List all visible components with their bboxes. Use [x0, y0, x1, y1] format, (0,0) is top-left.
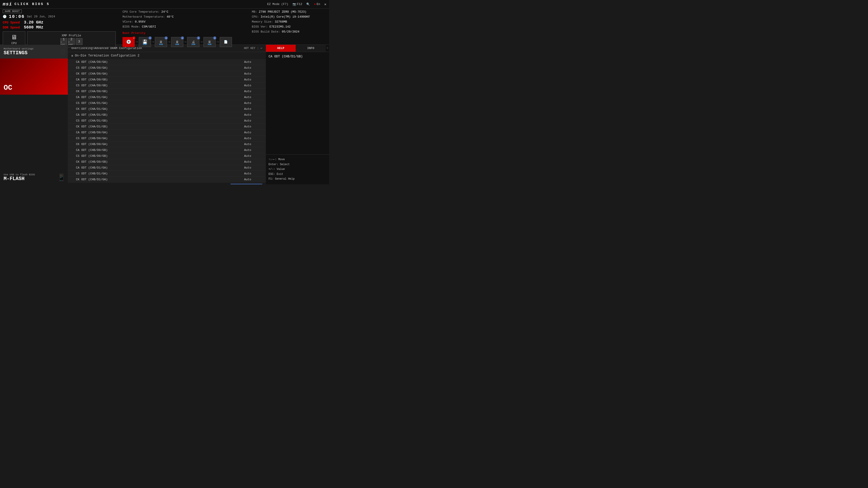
- table-row[interactable]: CK ODT (CHB/D0/GB)Auto: [68, 159, 266, 165]
- ez-mode-button[interactable]: EZ Mode (F7): [267, 2, 288, 6]
- right-panel: HELP INFO ≡ CA ODT (CHB/D1/GB) ↑↓→←: Mov…: [266, 45, 329, 184]
- setting-value: Auto: [244, 101, 262, 105]
- mb-info-label: MB:: [252, 10, 257, 13]
- mem-info-label: Memory Size:: [252, 20, 273, 24]
- table-row[interactable]: CS ODT (CHB/D0/GA)Auto: [68, 135, 266, 141]
- boot-device-4[interactable]: 🖥 U USB: [171, 37, 183, 47]
- boot-device-1[interactable]: 💿 U: [123, 37, 135, 47]
- clock-icon: 🕐: [3, 15, 6, 19]
- table-row[interactable]: CS ODT (CHA/D0/GB)Auto: [68, 83, 266, 89]
- cpu-info-label: CPU:: [252, 15, 259, 19]
- ddr-speed-label: DDR Speed: [3, 26, 20, 29]
- mb-info-row: MB: Z790 PROJECT ZERO (MS-7E23): [252, 9, 327, 14]
- lang-label: En: [317, 2, 320, 6]
- cpu-speed-value: 3.20 GHz: [24, 20, 43, 25]
- tab-help[interactable]: HELP: [266, 45, 296, 52]
- table-row[interactable]: CK ODT (CHA/D0/GB)Auto: [68, 89, 266, 94]
- table-row[interactable]: CA ODT (CHA/D0/GB)Auto: [68, 77, 266, 83]
- close-button[interactable]: ✕: [324, 2, 327, 6]
- table-row[interactable]: CK ODT (CHB/D0/GA)Auto: [68, 141, 266, 147]
- boot-device-5[interactable]: 🖨 U USB: [187, 37, 199, 47]
- xmp-num-3[interactable]: 3: [76, 38, 83, 45]
- setting-value: Auto: [244, 137, 262, 140]
- oc-label: OC: [4, 84, 12, 92]
- setting-value: Auto: [244, 160, 262, 164]
- setting-value-selected[interactable]: ✏Auto: [230, 184, 262, 184]
- table-row[interactable]: CA ODT (CHB/D0/GB)Auto: [68, 147, 266, 153]
- vcore-row: VCore: 0.956V: [123, 20, 247, 24]
- sidebar-item-oc[interactable]: OC: [0, 59, 68, 95]
- top-bar-left: msi CLICK BIOS 5: [3, 2, 50, 7]
- boot-device-6[interactable]: 🖥 U USB: [204, 37, 216, 47]
- table-row[interactable]: CA ODT (CHB/D1/GA)Auto: [68, 165, 266, 171]
- table-row[interactable]: CS ODT (CHB/D0/GB)Auto: [68, 153, 266, 159]
- cpu-chip-icon: 🖥: [11, 33, 17, 41]
- sidebar-item-mflash[interactable]: 📱 Use USB to flash BIOS M-FLASH: [0, 170, 68, 184]
- search-icon-top[interactable]: 🔍: [306, 2, 310, 6]
- setting-name: CK ODT (CHA/D1/GA): [76, 107, 244, 111]
- boot-badge-1: U: [132, 36, 135, 39]
- mem-info-row: Memory Size: 32768MB: [252, 20, 327, 24]
- date-display: Sat 29 Jun, 2024: [27, 15, 55, 18]
- boot-device-3[interactable]: 🖥 U USB: [155, 37, 167, 47]
- table-row[interactable]: CK ODT (CHA/D1/GB)Auto: [68, 124, 266, 130]
- table-row[interactable]: CS ODT (CHA/D0/GA)Auto: [68, 65, 266, 71]
- tab-info[interactable]: INFO: [296, 45, 326, 52]
- table-row[interactable]: CK ODT (CHA/D0/GA)Auto: [68, 71, 266, 77]
- table-row[interactable]: CA ODT (CHA/D0/GA)Auto: [68, 59, 266, 65]
- bios-mode-label: BIOS Mode:: [123, 25, 140, 29]
- setting-value: Auto: [244, 119, 262, 123]
- vcore-value: 0.956V: [135, 20, 146, 24]
- screenshot-icon[interactable]: 📷 F12: [292, 2, 302, 6]
- boot-arrow-2: →: [152, 39, 154, 45]
- table-row[interactable]: CS ODT (CHB/D1/GA)Auto: [68, 171, 266, 177]
- boot-device-7-icon: 📄: [224, 39, 228, 45]
- sidebar: ⚙ Motherboard settings SETTINGS OC 📱 Use…: [0, 45, 68, 184]
- xmp-num-1[interactable]: 1 1 user: [60, 38, 67, 45]
- table-row[interactable]: CA ODT (CHA/D1/GB)Auto: [68, 112, 266, 118]
- setting-name: CA ODT (CHB/D1/GA): [76, 166, 244, 169]
- table-row[interactable]: CS ODT (CHA/D1/GB)Auto: [68, 118, 266, 124]
- time-line: 🕐 10:06 Sat 29 Jun, 2024: [3, 14, 116, 19]
- table-row[interactable]: CS ODT (CHA/D1/GA)Auto: [68, 100, 266, 106]
- setting-value: Auto: [244, 142, 262, 146]
- setting-value: Auto: [244, 125, 262, 128]
- mb-temp-value: 40°C: [166, 15, 174, 19]
- cpu-temp-label: CPU Core Temperature:: [123, 10, 160, 13]
- sidebar-item-settings[interactable]: ⚙ Motherboard settings SETTINGS: [0, 45, 68, 59]
- boot-device-1-icon: 💿: [126, 39, 131, 46]
- back-icon[interactable]: ↩: [260, 46, 262, 50]
- xmp-num-2[interactable]: 2 2 user: [68, 38, 75, 45]
- collapse-icon[interactable]: ▣: [71, 54, 73, 57]
- setting-name: CK ODT (CHA/D0/GA): [76, 72, 244, 75]
- setting-value: Auto: [244, 113, 262, 117]
- key-help: ↑↓→←: Move Enter: Select +/-: Value ESC:…: [266, 154, 329, 184]
- table-row[interactable]: CA ODT (CHA/D1/GA)Auto: [68, 94, 266, 100]
- right-panel-scroll-indicator: ≡: [326, 45, 329, 52]
- setting-name: CA ODT (CHA/D0/GA): [76, 60, 244, 64]
- help-content: CA ODT (CHB/D1/GB): [266, 52, 329, 154]
- table-row[interactable]: CA ODT (CHB/D0/GA)Auto: [68, 130, 266, 135]
- setting-name: CA ODT (CHA/D0/GB): [76, 78, 244, 81]
- vcore-label: VCore:: [123, 20, 133, 24]
- boot-arrow-6: →: [217, 39, 219, 45]
- bios-ver-value: E7E23IMS.142: [270, 25, 291, 29]
- setting-value: Auto: [244, 78, 262, 81]
- xmp-label: XMP Profile: [62, 34, 81, 37]
- msi-logo: msi: [3, 2, 12, 7]
- language-selector[interactable]: ● En: [314, 2, 320, 6]
- setting-value: Auto: [244, 96, 262, 99]
- boot-device-7[interactable]: 📄: [220, 37, 232, 47]
- cpu-info-value: Intel(R) Core(TM) i9-14900KF: [260, 15, 310, 19]
- table-row[interactable]: CK ODT (CHA/D1/GA)Auto: [68, 106, 266, 112]
- game-boost-badge[interactable]: GAME BOOST: [3, 9, 22, 13]
- boot-priority-label: Boot Priority: [123, 31, 247, 36]
- boot-arrow-4: →: [184, 39, 186, 45]
- cpu-button-label: CPU: [11, 41, 17, 45]
- setting-value: Auto: [244, 60, 262, 64]
- table-row[interactable]: CA ODT (CHB/D1/GB)✏Auto: [68, 183, 266, 184]
- boot-device-2[interactable]: 💾 U USB: [139, 37, 151, 47]
- setting-name: CS ODT (CHA/D1/GB): [76, 119, 244, 123]
- table-row[interactable]: CK ODT (CHB/D1/GA)Auto: [68, 177, 266, 183]
- settings-rows: CA ODT (CHA/D0/GA)AutoCS ODT (CHA/D0/GA)…: [68, 59, 266, 184]
